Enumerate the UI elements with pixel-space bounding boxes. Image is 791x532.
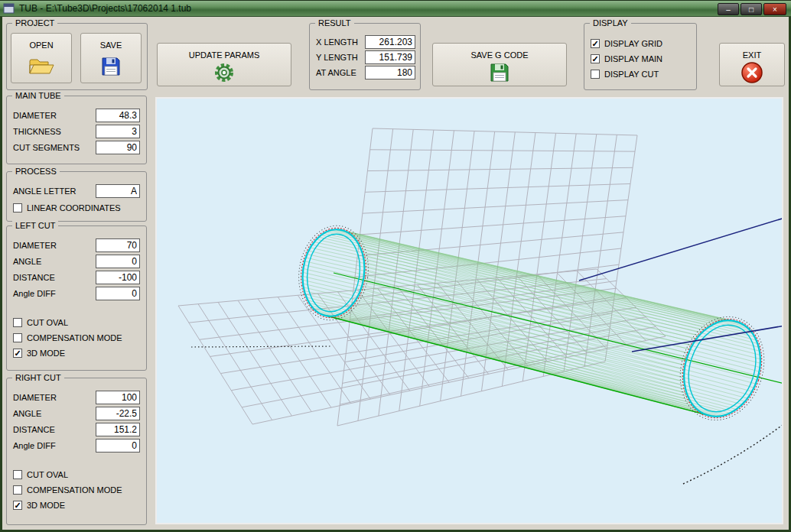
left-cut-angle-label: ANGLE bbox=[13, 257, 41, 266]
x-length-label: X LENGTH bbox=[316, 37, 358, 47]
left-cut-oval-label: CUT OVAL bbox=[27, 318, 68, 327]
left-cut-group: LEFT CUT DIAMETER ANGLE DISTANCE Angle D… bbox=[6, 225, 147, 371]
open-button-label: OPEN bbox=[29, 41, 53, 50]
display-cut-checkbox[interactable]: DISPLAY CUT bbox=[591, 68, 690, 79]
cut-segments-input[interactable] bbox=[96, 141, 140, 154]
display-grid-label: DISPLAY GRID bbox=[604, 39, 662, 48]
right-cut-diameter-input[interactable] bbox=[96, 391, 140, 404]
linear-coordinates-checkbox[interactable]: LINEAR COORDINATES bbox=[13, 202, 140, 213]
right-3d-mode-checkbox-box: ✓ bbox=[13, 501, 22, 510]
field-row: DISTANCE bbox=[13, 271, 140, 284]
x-length-input[interactable] bbox=[365, 35, 415, 49]
left-cut-angle-input[interactable] bbox=[96, 255, 140, 268]
left-cut-diameter-input[interactable] bbox=[96, 238, 140, 252]
viewport-3d[interactable] bbox=[155, 97, 783, 524]
maximize-button[interactable]: □ bbox=[741, 3, 762, 15]
angle-letter-input[interactable] bbox=[96, 184, 140, 198]
update-params-button[interactable]: UPDATE PARAMS bbox=[157, 43, 291, 86]
save-gcode-label: SAVE G CODE bbox=[471, 50, 529, 60]
main-tube-group-label: MAIN TUBE bbox=[12, 91, 64, 100]
project-group: PROJECT OPEN SAVE bbox=[6, 23, 148, 90]
right-cut-distance-input[interactable] bbox=[96, 423, 140, 436]
right-cut-angle-diff-input[interactable] bbox=[96, 439, 140, 453]
right-cut-angle-label: ANGLE bbox=[13, 409, 41, 418]
process-group-label: PROCESS bbox=[12, 167, 60, 176]
left-cut-oval-checkbox-box bbox=[13, 318, 22, 327]
display-grid-checkbox[interactable]: ✓ DISPLAY GRID bbox=[591, 37, 690, 49]
project-group-label: PROJECT bbox=[12, 18, 57, 28]
at-angle-input[interactable] bbox=[365, 66, 415, 79]
save-button[interactable]: SAVE bbox=[80, 33, 142, 83]
exit-button[interactable]: EXIT bbox=[719, 43, 785, 86]
left-3d-mode-checkbox[interactable]: ✓ 3D MODE bbox=[13, 347, 140, 358]
at-angle-row: AT ANGLE bbox=[316, 66, 415, 79]
left-cut-distance-input[interactable] bbox=[96, 271, 140, 284]
save-gcode-button[interactable]: SAVE G CODE bbox=[432, 43, 567, 86]
y-length-label: Y LENGTH bbox=[316, 53, 358, 62]
cut-segments-label: CUT SEGMENTS bbox=[13, 143, 80, 152]
main-tube-group: MAIN TUBE DIAMETER THICKNESS CUT SEGMENT… bbox=[6, 96, 147, 164]
y-length-row: Y LENGTH bbox=[316, 50, 415, 64]
field-row: DIAMETER bbox=[13, 391, 140, 404]
field-row: CUT SEGMENTS bbox=[13, 141, 140, 154]
right-compensation-mode-checkbox-box bbox=[13, 485, 22, 495]
right-compensation-mode-checkbox[interactable]: COMPENSATION MODE bbox=[13, 484, 140, 495]
app-icon bbox=[3, 3, 15, 14]
left-3d-mode-checkbox-box: ✓ bbox=[13, 349, 22, 358]
display-group: DISPLAY ✓ DISPLAY GRID ✓ DISPLAY MAIN DI… bbox=[584, 23, 697, 90]
linear-coordinates-label: LINEAR COORDINATES bbox=[27, 203, 121, 212]
minimize-button[interactable]: – bbox=[718, 3, 739, 15]
save-floppy-icon bbox=[101, 50, 121, 83]
left-compensation-mode-checkbox[interactable]: COMPENSATION MODE bbox=[13, 332, 140, 343]
open-button[interactable]: OPEN bbox=[11, 33, 72, 83]
field-row: Angle DIFF bbox=[13, 439, 140, 453]
exit-button-label: EXIT bbox=[743, 50, 761, 60]
left-cut-angle-diff-label: Angle DIFF bbox=[13, 289, 56, 298]
left-compensation-mode-checkbox-box bbox=[13, 333, 22, 342]
right-cut-oval-checkbox[interactable]: CUT OVAL bbox=[13, 469, 140, 480]
main-tube-diameter-input[interactable] bbox=[96, 109, 140, 122]
right-cut-diameter-label: DIAMETER bbox=[13, 393, 57, 402]
tube-3d-scene bbox=[157, 99, 782, 523]
display-main-checkbox-box: ✓ bbox=[591, 54, 600, 63]
main-tube-rows: DIAMETER THICKNESS CUT SEGMENTS bbox=[7, 96, 146, 154]
main-tube-thickness-label: THICKNESS bbox=[13, 127, 61, 136]
right-cut-distance-label: DISTANCE bbox=[13, 425, 55, 434]
main-tube-thickness-input[interactable] bbox=[96, 125, 140, 138]
left-cut-rows: DIAMETER ANGLE DISTANCE Angle DIFF CUT O… bbox=[7, 226, 146, 358]
result-rows: X LENGTH Y LENGTH AT ANGLE bbox=[310, 24, 420, 79]
display-options: ✓ DISPLAY GRID ✓ DISPLAY MAIN DISPLAY CU… bbox=[584, 24, 696, 79]
spacer bbox=[7, 453, 146, 465]
right-cut-rows: DIAMETER ANGLE DISTANCE Angle DIFF CUT O… bbox=[7, 378, 146, 511]
left-cut-angle-diff-input[interactable] bbox=[96, 287, 140, 300]
process-group: PROCESS ANGLE LETTER LINEAR COORDINATES bbox=[6, 171, 147, 222]
display-main-checkbox[interactable]: ✓ DISPLAY MAIN bbox=[591, 53, 690, 64]
right-cut-group-label: RIGHT CUT bbox=[12, 373, 64, 382]
left-cut-diameter-label: DIAMETER bbox=[13, 241, 57, 250]
field-row: DISTANCE bbox=[13, 423, 140, 436]
display-group-label: DISPLAY bbox=[590, 18, 631, 28]
window-frame-left bbox=[0, 17, 2, 532]
left-cut-distance-label: DISTANCE bbox=[13, 273, 55, 282]
field-row: ANGLE bbox=[13, 255, 140, 268]
display-cut-checkbox-box bbox=[591, 70, 600, 79]
right-3d-mode-checkbox[interactable]: ✓ 3D MODE bbox=[13, 499, 140, 511]
right-3d-mode-label: 3D MODE bbox=[27, 501, 65, 510]
spacer bbox=[7, 300, 146, 313]
field-row: Angle DIFF bbox=[13, 287, 140, 300]
right-cut-angle-diff-label: Angle DIFF bbox=[13, 441, 56, 450]
right-cut-oval-checkbox-box bbox=[13, 470, 22, 479]
left-3d-mode-label: 3D MODE bbox=[27, 349, 65, 358]
left-cut-oval-checkbox[interactable]: CUT OVAL bbox=[13, 316, 140, 328]
save-button-label: SAVE bbox=[100, 41, 122, 50]
right-cut-angle-input[interactable] bbox=[96, 407, 140, 420]
close-button[interactable]: × bbox=[763, 3, 786, 15]
angle-letter-label: ANGLE LETTER bbox=[13, 187, 76, 196]
main-tube-diameter-label: DIAMETER bbox=[13, 111, 57, 120]
y-length-input[interactable] bbox=[365, 50, 415, 64]
update-params-label: UPDATE PARAMS bbox=[189, 50, 260, 60]
right-cut-group: RIGHT CUT DIAMETER ANGLE DISTANCE Angle … bbox=[6, 378, 147, 525]
display-grid-checkbox-box: ✓ bbox=[591, 39, 600, 48]
result-group: RESULT X LENGTH Y LENGTH AT ANGLE bbox=[309, 23, 421, 90]
field-row: ANGLE LETTER bbox=[13, 184, 140, 198]
